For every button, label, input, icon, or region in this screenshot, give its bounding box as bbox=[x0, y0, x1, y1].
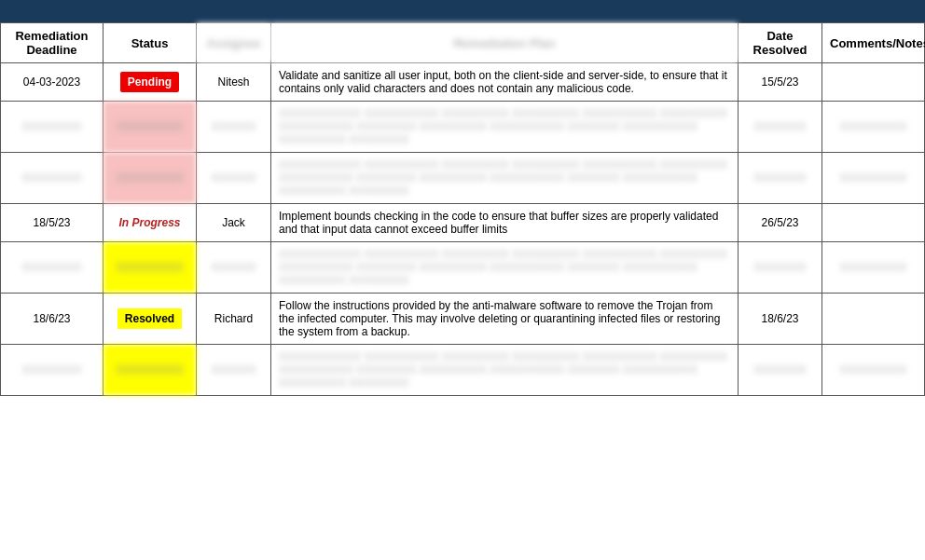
cell-resolved: XXXXXXX bbox=[739, 345, 822, 396]
status-badge: Pending bbox=[120, 72, 179, 92]
cell-resolved: XXXXXXX bbox=[739, 153, 822, 204]
cell-description: Follow the instructions provided by the … bbox=[271, 294, 739, 345]
cell-description: XXXXXXXXXXX XXXXXXXXXX XXXXXXXXX XXXXXXX… bbox=[271, 242, 739, 294]
cell-description: XXXXXXXXXXX XXXXXXXXXX XXXXXXXXX XXXXXXX… bbox=[271, 345, 739, 396]
cell-description: XXXXXXXXXXX XXXXXXXXXX XXXXXXXXX XXXXXXX… bbox=[271, 102, 739, 153]
status-badge: In Progress bbox=[111, 212, 187, 233]
col-header-deadline: RemediationDeadline bbox=[1, 23, 104, 63]
col-header-status: Status bbox=[104, 23, 197, 63]
cell-status: XXXXXXXXX bbox=[104, 153, 197, 204]
cell-assignee: Jack bbox=[197, 204, 271, 242]
col-header-assignee: Assignee bbox=[197, 23, 271, 63]
cell-resolved: XXXXXXX bbox=[739, 242, 822, 294]
col-header-resolved: DateResolved bbox=[739, 23, 822, 63]
cell-status: In Progress bbox=[104, 204, 197, 242]
cell-status: XXXXXXXXX bbox=[104, 345, 197, 396]
cell-assignee: XXXXXX bbox=[197, 153, 271, 204]
cell-assignee: XXXXXX bbox=[197, 242, 271, 294]
cell-comments: XXXXXXXXX bbox=[822, 242, 925, 294]
cell-assignee: XXXXXX bbox=[197, 102, 271, 153]
cell-comments bbox=[822, 294, 925, 345]
cell-deadline: 04-03-2023 bbox=[1, 63, 104, 102]
cell-comments: XXXXXXXXX bbox=[822, 102, 925, 153]
cell-deadline: XXXXXXXX bbox=[1, 345, 104, 396]
cell-description: Validate and sanitize all user input, bo… bbox=[271, 63, 739, 102]
cell-deadline: XXXXXXXX bbox=[1, 153, 104, 204]
cell-status: XXXXXXXXX bbox=[104, 242, 197, 294]
cell-comments bbox=[822, 204, 925, 242]
cell-assignee: Nitesh bbox=[197, 63, 271, 102]
cell-resolved: XXXXXXX bbox=[739, 102, 822, 153]
cell-resolved: 26/5/23 bbox=[739, 204, 822, 242]
cell-status: Pending bbox=[104, 63, 197, 102]
cell-description: XXXXXXXXXXX XXXXXXXXXX XXXXXXXXX XXXXXXX… bbox=[271, 153, 739, 204]
col-header-comments: Comments/Notes bbox=[822, 23, 925, 63]
cell-status: XXXXXXXXX bbox=[104, 102, 197, 153]
cell-deadline: XXXXXXXX bbox=[1, 102, 104, 153]
status-badge: Resolved bbox=[117, 308, 182, 329]
cell-resolved: 15/5/23 bbox=[739, 63, 822, 102]
cell-comments: XXXXXXXXX bbox=[822, 153, 925, 204]
cell-assignee: Richard bbox=[197, 294, 271, 345]
cell-deadline: 18/6/23 bbox=[1, 294, 104, 345]
cell-comments bbox=[822, 63, 925, 102]
cell-status: Resolved bbox=[104, 294, 197, 345]
cell-comments: XXXXXXXXX bbox=[822, 345, 925, 396]
col-header-description: Remediation Plan bbox=[271, 23, 739, 63]
cell-description: Implement bounds checking in the code to… bbox=[271, 204, 739, 242]
cell-deadline: XXXXXXXX bbox=[1, 242, 104, 294]
cell-resolved: 18/6/23 bbox=[739, 294, 822, 345]
page-header bbox=[0, 0, 925, 22]
cell-deadline: 18/5/23 bbox=[1, 204, 104, 242]
cell-assignee: XXXXXX bbox=[197, 345, 271, 396]
